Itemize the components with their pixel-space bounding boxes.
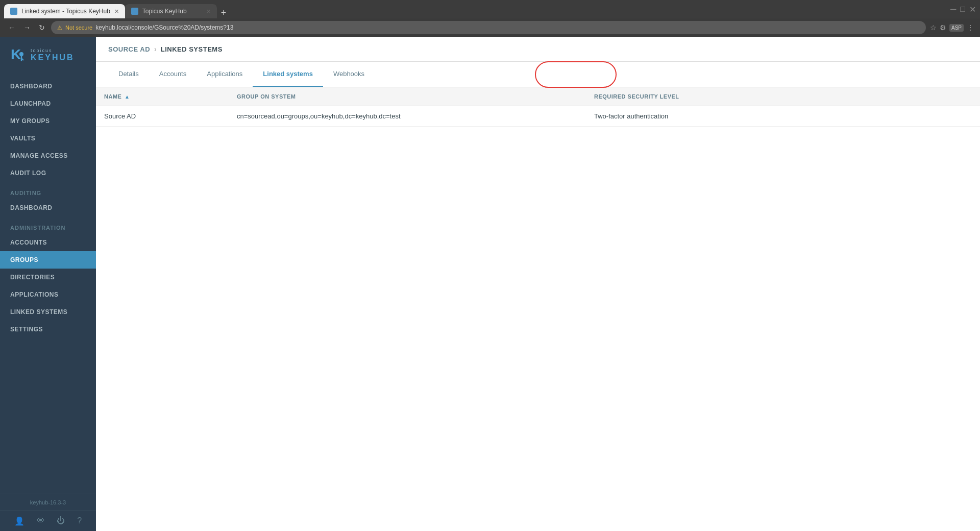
cell-name: Source AD xyxy=(96,106,229,127)
browser-tab-active[interactable]: Linked system - Topicus KeyHub ✕ xyxy=(4,4,125,18)
sidebar-version: keyhub-16.3-3 xyxy=(0,494,96,511)
power-icon[interactable]: ⏻ xyxy=(57,516,65,526)
reload-button[interactable]: ↻ xyxy=(37,22,47,33)
browser-titlebar: Linked system - Topicus KeyHub ✕ Topicus… xyxy=(0,0,980,18)
sidebar: K topicus KEYHUB DASHBOARD LAUNCHPAD MY … xyxy=(0,37,96,531)
sidebar-item-directories[interactable]: DIRECTORIES xyxy=(0,269,96,286)
content-area: Details Accounts Applications Linked sys… xyxy=(96,62,980,531)
sidebar-section-administration: ADMINISTRATION xyxy=(0,216,96,234)
breadcrumb-separator: › xyxy=(154,45,157,53)
menu-button[interactable]: ⋮ xyxy=(967,23,974,32)
browser-tabs: Linked system - Topicus KeyHub ✕ Topicus… xyxy=(4,0,226,18)
back-button[interactable]: ← xyxy=(6,22,17,33)
maximize-button[interactable]: □ xyxy=(960,5,965,14)
address-text: keyhub.local/console/GSource%20AD/system… xyxy=(95,24,233,31)
browser-controls: ← → ↻ ⚠ Not secure keyhub.local/console/… xyxy=(0,18,980,37)
logo-text: topicus KEYHUB xyxy=(31,48,75,62)
sidebar-logo: K topicus KEYHUB xyxy=(0,37,96,74)
tab-favicon-active xyxy=(10,8,17,15)
browser-chrome: Linked system - Topicus KeyHub ✕ Topicus… xyxy=(0,0,980,37)
tab-close-inactive[interactable]: ✕ xyxy=(206,8,211,15)
sidebar-item-linked-systems[interactable]: LINKED SYSTEMS xyxy=(0,303,96,321)
tab-linked-systems[interactable]: Linked systems xyxy=(253,62,323,87)
sidebar-item-applications[interactable]: APPLICATIONS xyxy=(0,286,96,303)
app-layout: K topicus KEYHUB DASHBOARD LAUNCHPAD MY … xyxy=(0,37,980,531)
sidebar-section-auditing: AUDITING xyxy=(0,182,96,199)
extensions-button[interactable]: ⚙ xyxy=(940,23,946,32)
security-warning: Not secure xyxy=(65,25,92,31)
forward-button[interactable]: → xyxy=(21,22,33,33)
logo-keyhub: KEYHUB xyxy=(31,53,75,62)
sidebar-bottom-icons: 👤 👁 ⏻ ? xyxy=(0,511,96,531)
sort-asc-icon: ▲ xyxy=(125,94,130,100)
sidebar-item-audit-log[interactable]: AUDIT LOG xyxy=(0,164,96,182)
tab-details[interactable]: Details xyxy=(108,62,149,87)
data-table: NAME ▲ GROUP ON SYSTEM REQUIRED SECURITY… xyxy=(96,87,980,127)
sidebar-nav: DASHBOARD LAUNCHPAD MY GROUPS VAULTS MAN… xyxy=(0,74,96,494)
tab-close-active[interactable]: ✕ xyxy=(114,8,119,15)
close-window-button[interactable]: ✕ xyxy=(969,5,976,14)
user-icon[interactable]: 👤 xyxy=(14,516,24,526)
tabs-bar: Details Accounts Applications Linked sys… xyxy=(96,62,980,87)
address-bar[interactable]: ⚠ Not secure keyhub.local/console/GSourc… xyxy=(51,21,926,34)
logo-topicus: topicus xyxy=(31,48,75,53)
eye-icon[interactable]: 👁 xyxy=(37,516,45,526)
ext-asp[interactable]: ASP xyxy=(949,24,964,32)
table-row[interactable]: Source AD cn=sourcead,ou=groups,ou=keyhu… xyxy=(96,106,980,127)
tab-accounts[interactable]: Accounts xyxy=(149,62,197,87)
minimize-button[interactable]: ─ xyxy=(950,5,956,14)
cell-group: cn=sourcead,ou=groups,ou=keyhub,dc=keyhu… xyxy=(229,106,586,127)
col-header-group: GROUP ON SYSTEM xyxy=(229,87,586,106)
sidebar-item-dashboard[interactable]: DASHBOARD xyxy=(0,78,96,95)
sidebar-item-accounts[interactable]: ACCOUNTS xyxy=(0,234,96,251)
tab-webhooks[interactable]: Webhooks xyxy=(323,62,375,87)
logo-icon: K xyxy=(8,45,29,65)
new-tab-button[interactable]: + xyxy=(221,8,227,18)
main-content: SOURCE AD › LINKED SYSTEMS Details Accou… xyxy=(96,37,980,531)
sidebar-item-settings[interactable]: SETTINGS xyxy=(0,321,96,338)
col-header-name: NAME ▲ xyxy=(96,87,229,106)
sidebar-item-aud-dashboard[interactable]: DASHBOARD xyxy=(0,199,96,216)
tab-circle-highlight xyxy=(535,61,617,88)
breadcrumb-parent[interactable]: SOURCE AD xyxy=(108,45,150,53)
breadcrumb-current: LINKED SYSTEMS xyxy=(161,45,223,53)
bookmark-button[interactable]: ☆ xyxy=(930,23,937,32)
tab-title-active: Linked system - Topicus KeyHub xyxy=(21,8,110,15)
sidebar-item-my-groups[interactable]: MY GROUPS xyxy=(0,112,96,130)
sidebar-item-launchpad[interactable]: LAUNCHPAD xyxy=(0,95,96,112)
cell-security: Two-factor authentication xyxy=(586,106,980,127)
table-header: NAME ▲ GROUP ON SYSTEM REQUIRED SECURITY… xyxy=(96,87,980,106)
breadcrumb: SOURCE AD › LINKED SYSTEMS xyxy=(96,37,980,62)
col-header-security: REQUIRED SECURITY LEVEL xyxy=(586,87,980,106)
sidebar-item-manage-access[interactable]: MANAGE ACCESS xyxy=(0,147,96,164)
browser-tab-inactive[interactable]: Topicus KeyHub ✕ xyxy=(125,4,217,18)
svg-point-2 xyxy=(19,52,23,56)
help-icon[interactable]: ? xyxy=(77,516,82,526)
tab-title-inactive: Topicus KeyHub xyxy=(142,8,187,15)
sidebar-item-vaults[interactable]: VAULTS xyxy=(0,130,96,147)
table-container: NAME ▲ GROUP ON SYSTEM REQUIRED SECURITY… xyxy=(96,87,980,127)
browser-actions: ☆ ⚙ ASP ⋮ xyxy=(930,23,974,32)
sidebar-item-groups[interactable]: GROUPS xyxy=(0,251,96,269)
table-body: Source AD cn=sourcead,ou=groups,ou=keyhu… xyxy=(96,106,980,127)
tab-applications[interactable]: Applications xyxy=(197,62,253,87)
lock-icon: ⚠ xyxy=(57,25,62,31)
tab-favicon-inactive xyxy=(131,8,138,15)
